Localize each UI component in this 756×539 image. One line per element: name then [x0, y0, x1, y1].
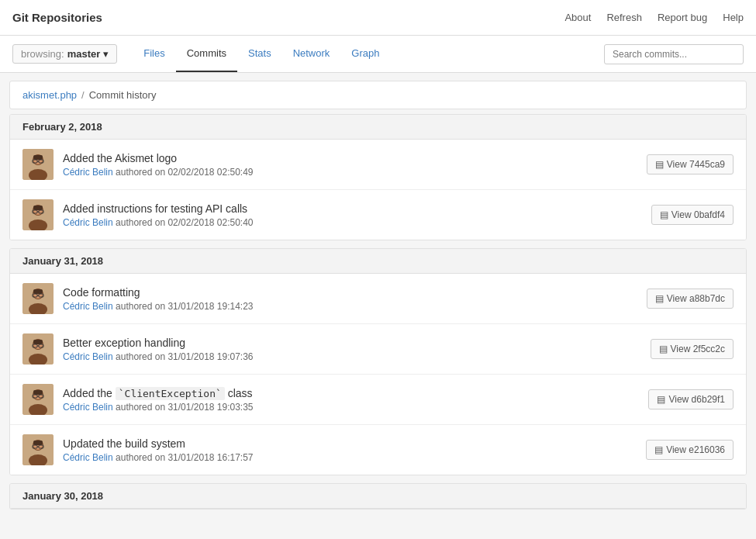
view-commit-button[interactable]: ▤ View d6b29f1	[648, 389, 734, 409]
avatar-svg	[22, 384, 54, 415]
branch-prefix: browsing:	[21, 48, 64, 60]
second-bar: browsing: master ▾ Files Commits Stats N…	[0, 36, 756, 73]
commit-message: Added instructions for testing API calls	[63, 202, 642, 215]
commit-row: Better exception handling Cédric Belin a…	[10, 324, 746, 375]
commit-row: Added the `ClientException` class Cédric…	[10, 375, 746, 425]
tab-commits[interactable]: Commits	[176, 36, 237, 72]
tab-files[interactable]: Files	[133, 36, 175, 72]
commit-author-link[interactable]: Cédric Belin	[63, 167, 113, 178]
avatar-svg	[22, 333, 54, 365]
svg-rect-20	[33, 289, 43, 294]
breadcrumb-file-link[interactable]: akismet.php	[22, 89, 77, 101]
branch-selector[interactable]: browsing: master ▾	[12, 44, 117, 64]
avatar	[22, 199, 54, 230]
top-nav-links: About Refresh Report bug Help	[564, 12, 744, 23]
commit-message: Added the Akismet logo	[63, 152, 637, 164]
commit-icon: ▤	[660, 209, 668, 220]
date-header-feb2: February 2, 2018	[10, 115, 746, 140]
nav-tabs: Files Commits Stats Network Graph	[133, 36, 390, 72]
view-commit-button[interactable]: ▤ View 7445ca9	[647, 154, 734, 174]
commit-row: Added instructions for testing API calls…	[10, 190, 746, 240]
avatar	[22, 149, 54, 180]
commit-meta: Cédric Belin authored on 02/02/2018 02:5…	[63, 217, 642, 228]
avatar	[22, 333, 54, 365]
commit-author-link[interactable]: Cédric Belin	[63, 217, 113, 228]
commit-icon: ▤	[655, 159, 664, 170]
commit-info: Added the Akismet logo Cédric Belin auth…	[63, 152, 637, 178]
svg-rect-4	[33, 155, 43, 160]
commit-icon: ▤	[655, 293, 664, 304]
commit-row: Code formatting Cédric Belin authored on…	[10, 274, 746, 324]
breadcrumb-separator: /	[81, 89, 85, 101]
main-content: February 2, 2018 Added the Akismet logo	[9, 114, 747, 510]
view-commit-button[interactable]: ▤ View a88b7dc	[647, 289, 734, 309]
avatar-svg	[22, 149, 54, 180]
tab-network[interactable]: Network	[282, 36, 341, 72]
svg-rect-44	[33, 441, 43, 445]
commit-icon: ▤	[654, 444, 663, 455]
breadcrumb-current: Commit history	[89, 89, 157, 101]
avatar-svg	[22, 283, 54, 314]
app-title: Git Repositories	[12, 11, 564, 24]
top-nav: Git Repositories About Refresh Report bu…	[0, 0, 756, 36]
commit-author-link[interactable]: Cédric Belin	[63, 351, 113, 362]
svg-rect-28	[33, 340, 43, 344]
commit-author-link[interactable]: Cédric Belin	[63, 301, 113, 312]
commit-author-link[interactable]: Cédric Belin	[63, 452, 113, 463]
chevron-down-icon: ▾	[103, 48, 109, 60]
commit-author-link[interactable]: Cédric Belin	[63, 402, 113, 413]
avatar-svg	[22, 199, 54, 230]
svg-rect-36	[33, 390, 43, 395]
commit-message: Better exception handling	[63, 337, 641, 349]
commit-meta: Cédric Belin authored on 02/02/2018 02:5…	[63, 167, 637, 178]
avatar	[22, 283, 54, 314]
date-group-jan31: January 31, 2018 Code formatting Cé	[9, 248, 747, 475]
view-commit-button[interactable]: ▤ View e216036	[646, 440, 734, 460]
commit-icon: ▤	[659, 344, 668, 354]
avatar-svg	[22, 434, 54, 465]
commit-info: Updated the build system Cédric Belin au…	[63, 437, 637, 463]
branch-name: master	[67, 48, 101, 60]
commit-meta: Cédric Belin authored on 31/01/2018 19:0…	[63, 402, 639, 413]
commit-message: Updated the build system	[63, 437, 637, 450]
commit-info: Better exception handling Cédric Belin a…	[63, 337, 641, 362]
commit-meta: Cédric Belin authored on 31/01/2018 19:0…	[63, 351, 641, 362]
date-header-jan31: January 31, 2018	[10, 249, 746, 274]
commit-info: Code formatting Cédric Belin authored on…	[63, 286, 637, 312]
help-link[interactable]: Help	[723, 12, 744, 23]
commit-message: Code formatting	[63, 286, 637, 299]
view-commit-button[interactable]: ▤ View 2f5cc2c	[651, 339, 734, 359]
tab-graph[interactable]: Graph	[340, 36, 390, 72]
view-commit-button[interactable]: ▤ View 0bafdf4	[651, 205, 734, 225]
date-header-jan30: January 30, 2018	[10, 484, 746, 509]
refresh-link[interactable]: Refresh	[606, 12, 642, 23]
search-input[interactable]	[604, 44, 744, 64]
commit-row: Added the Akismet logo Cédric Belin auth…	[10, 140, 746, 190]
date-group-feb2: February 2, 2018 Added the Akismet logo	[9, 114, 747, 240]
tab-stats[interactable]: Stats	[237, 36, 282, 72]
commit-meta: Cédric Belin authored on 31/01/2018 16:1…	[63, 452, 637, 463]
breadcrumb: akismet.php / Commit history	[9, 81, 747, 109]
avatar	[22, 434, 54, 465]
commit-meta: Cédric Belin authored on 31/01/2018 19:1…	[63, 301, 637, 312]
date-group-jan30: January 30, 2018	[9, 483, 747, 510]
about-link[interactable]: About	[564, 12, 591, 23]
commit-info: Added instructions for testing API calls…	[63, 202, 642, 228]
inline-code: `ClientException`	[116, 387, 225, 400]
avatar	[22, 384, 54, 415]
commit-row: Updated the build system Cédric Belin au…	[10, 425, 746, 475]
svg-rect-12	[33, 206, 43, 210]
commit-message: Added the `ClientException` class	[63, 387, 639, 399]
report-bug-link[interactable]: Report bug	[658, 12, 707, 23]
commit-icon: ▤	[657, 394, 665, 405]
commit-info: Added the `ClientException` class Cédric…	[63, 387, 639, 413]
